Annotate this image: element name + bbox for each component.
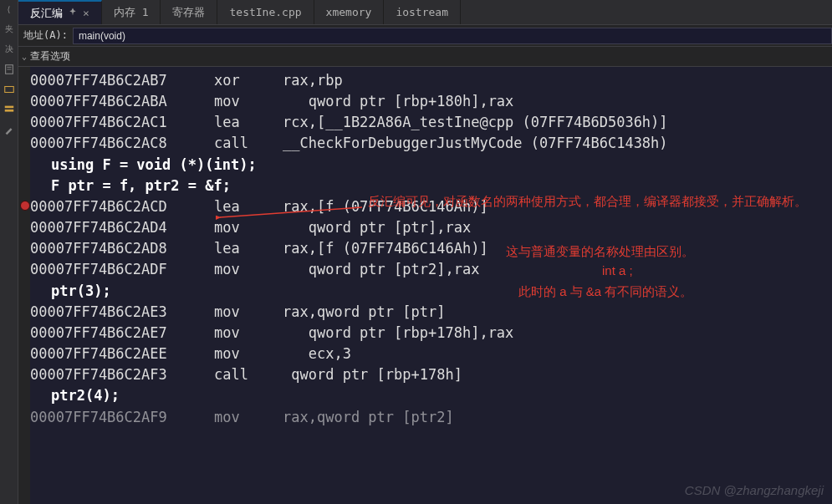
asm-line[interactable]: 00007FF74B6C2ADFmov qword ptr [ptr2],rax (30, 259, 832, 280)
annotation-1: 反汇编可见，对函数名的两种使用方式，都合理，编译器都接受，并正确解析。 (368, 192, 819, 211)
tab-label: 反汇编 (30, 6, 63, 21)
operand: qword ptr [rbp+180h],rax (283, 91, 513, 112)
operand: qword ptr [ptr],rax (283, 217, 471, 238)
annotation-4: 此时的 a 与 &a 有不同的语义。 (518, 283, 692, 302)
watermark: CSDN @zhangzhangkeji (685, 483, 824, 497)
opcode: call (214, 364, 283, 385)
asm-line[interactable]: 00007FF74B6C2ABAmov qword ptr [rbp+180h]… (30, 91, 832, 112)
address: 00007FF74B6C2AE3 (30, 302, 214, 323)
tab-label: xmemory (326, 6, 372, 18)
tab-label: testIne.cpp (229, 6, 301, 18)
operand: __CheckForDebuggerJustMyCode (07FF74B6C1… (283, 133, 668, 154)
sidebar-icon-file[interactable] (2, 62, 17, 77)
pin-icon[interactable] (68, 7, 78, 19)
opcode: mov (214, 91, 283, 112)
asm-line[interactable]: 00007FF74B6C2AE7mov qword ptr [rbp+178h]… (30, 323, 832, 344)
tab-xmemory[interactable]: xmemory (314, 0, 385, 24)
svg-rect-4 (4, 106, 13, 109)
asm-line[interactable]: 00007FF74B6C2AD8learax,[f (07FF74B6C146A… (30, 238, 832, 259)
opcode: mov (214, 407, 283, 428)
view-options-row[interactable]: ⌄ 查看选项 (18, 47, 832, 67)
annotation-3: int a ; (602, 262, 633, 281)
address-input[interactable] (73, 28, 832, 44)
address-label: 地址(A): (23, 28, 68, 43)
view-options-label: 查看选项 (30, 49, 70, 64)
address: 00007FF74B6C2AF9 (30, 407, 214, 428)
left-sidebar: ⟨ 夹 决 (0, 0, 18, 504)
tab-label: 内存 1 (114, 5, 149, 20)
opcode: mov (214, 217, 283, 238)
asm-line[interactable]: 00007FF74B6C2AEEmov ecx,3 (30, 344, 832, 364)
opcode: call (214, 133, 283, 154)
sidebar-icon-stack[interactable] (2, 102, 17, 117)
operand: qword ptr [ptr2],rax (283, 259, 479, 280)
opcode: mov (214, 344, 283, 364)
address: 00007FF74B6C2AE7 (30, 323, 214, 344)
tab-内存 1[interactable]: 内存 1 (102, 0, 161, 24)
operand: rax,rbp (283, 70, 343, 91)
address: 00007FF74B6C2AC1 (30, 112, 214, 133)
sidebar-icon-overlap[interactable]: 夹 (2, 22, 17, 37)
sidebar-icon-box[interactable] (2, 82, 17, 97)
source-line[interactable]: ptr2(4); (30, 385, 832, 406)
sidebar-icon-decide[interactable]: 决 (2, 42, 17, 57)
operand: rcx,[__1B22A86A_testIne@cpp (07FF74B6D50… (283, 112, 668, 133)
tab-寄存器[interactable]: 寄存器 (161, 0, 217, 24)
asm-line[interactable]: 00007FF74B6C2AB7xorrax,rbp (30, 70, 832, 91)
opcode: mov (214, 259, 283, 280)
opcode: lea (214, 238, 283, 259)
tab-testIne.cpp[interactable]: testIne.cpp (217, 0, 314, 24)
source-line[interactable]: using F = void (*)(int); (30, 155, 832, 176)
opcode: mov (214, 302, 283, 323)
address: 00007FF74B6C2AD4 (30, 217, 214, 238)
disassembly-pane[interactable]: 00007FF74B6C2AB7xorrax,rbp00007FF74B6C2A… (18, 67, 832, 431)
tab-label: iostream (396, 6, 448, 18)
asm-line[interactable]: 00007FF74B6C2AF9movrax,qword ptr [ptr2] (30, 407, 832, 428)
address: 00007FF74B6C2AF3 (30, 364, 214, 385)
source-line[interactable]: ptr(3); (30, 281, 832, 302)
operand: rax,[f (07FF74B6C146Ah)] (283, 238, 488, 259)
operand: rax,qword ptr [ptr2] (283, 407, 454, 428)
sidebar-icon-tools[interactable] (2, 122, 17, 137)
address: 00007FF74B6C2AB7 (30, 70, 214, 91)
asm-line[interactable]: 00007FF74B6C2AD4mov qword ptr [ptr],rax (30, 217, 832, 238)
asm-line[interactable]: 00007FF74B6C2AF3call qword ptr [rbp+178h… (30, 364, 832, 385)
chevron-down-icon: ⌄ (22, 52, 27, 61)
operand: qword ptr [rbp+178h],rax (283, 323, 513, 344)
asm-line[interactable]: 00007FF74B6C2AC8call__CheckForDebuggerJu… (30, 133, 832, 154)
opcode: lea (214, 196, 283, 217)
operand: rax,qword ptr [ptr] (283, 302, 445, 323)
operand: qword ptr [rbp+178h] (283, 364, 462, 385)
opcode: xor (214, 70, 283, 91)
opcode: lea (214, 112, 283, 133)
sidebar-icon-collapse[interactable]: ⟨ (2, 2, 17, 17)
asm-line[interactable]: 00007FF74B6C2AC1learcx,[__1B22A86A_testI… (30, 112, 832, 133)
close-icon[interactable]: × (83, 7, 89, 19)
address-toolbar: 地址(A): (18, 25, 832, 47)
svg-rect-5 (4, 109, 13, 112)
asm-line[interactable]: 00007FF74B6C2AE3movrax,qword ptr [ptr] (30, 302, 832, 323)
address: 00007FF74B6C2ADF (30, 259, 214, 280)
tabs-bar: 反汇编×内存 1寄存器testIne.cppxmemoryiostream (18, 0, 832, 25)
svg-rect-3 (4, 87, 13, 93)
address: 00007FF74B6C2AEE (30, 344, 214, 364)
operand: ecx,3 (283, 344, 351, 364)
address: 00007FF74B6C2ACD (30, 196, 214, 217)
address: 00007FF74B6C2AD8 (30, 238, 214, 259)
address: 00007FF74B6C2AC8 (30, 133, 214, 154)
tab-label: 寄存器 (172, 5, 205, 20)
annotation-2: 这与普通变量的名称处理由区别。 (506, 242, 694, 262)
tab-iostream[interactable]: iostream (384, 0, 461, 24)
opcode: mov (214, 323, 283, 344)
address: 00007FF74B6C2ABA (30, 91, 214, 112)
breakpoint-icon[interactable] (20, 201, 30, 211)
tab-反汇编[interactable]: 反汇编× (18, 0, 102, 24)
